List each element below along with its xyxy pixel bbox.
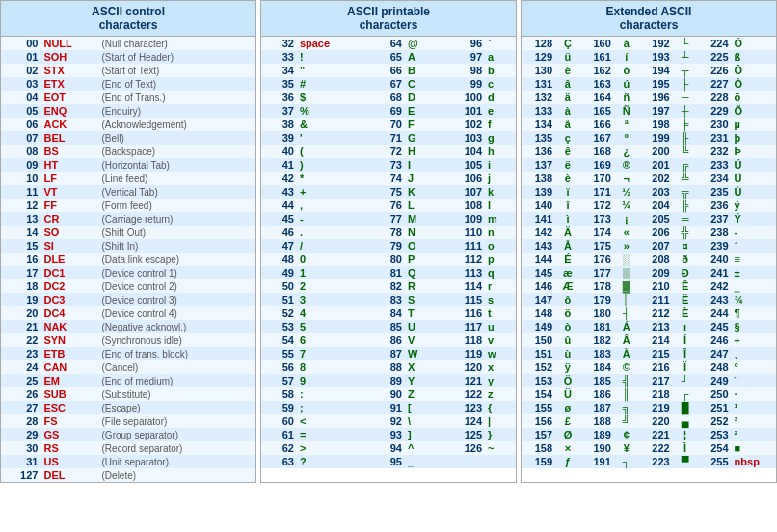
ext-char4-cell: ¾	[732, 293, 776, 306]
ext-num4: 243	[698, 293, 732, 306]
ext-char4: ß	[735, 51, 741, 63]
row-char3-cell: g	[485, 131, 516, 145]
ext-char4-cell: ≡	[732, 253, 776, 266]
ext-num4: 252	[698, 414, 732, 428]
ext-num2: 160	[580, 37, 614, 50]
row-num3: 100	[438, 91, 485, 104]
row-char2-cell: K	[405, 185, 438, 199]
row-char1: (	[297, 145, 369, 158]
ext-char4-cell: Ó	[732, 37, 776, 50]
ext-char1: ÿ	[555, 360, 580, 374]
row-char2: H	[408, 146, 415, 157]
ext-char1: û	[555, 333, 580, 347]
row-num: 20	[1, 306, 40, 320]
row-char: ;	[300, 402, 304, 413]
row-char2: D	[408, 92, 415, 103]
ext-num1: 132	[522, 91, 555, 104]
row-char3: z	[488, 388, 494, 400]
ext-num2: 184	[580, 360, 614, 374]
row-num: 27	[1, 401, 40, 414]
ext-char4: ‗	[735, 280, 740, 292]
ext-num4: 232	[698, 145, 732, 158]
ext-num2: 164	[580, 91, 614, 104]
row-char2: T	[408, 307, 415, 319]
ext-char1: Å	[555, 239, 580, 253]
row-num: 11	[1, 185, 40, 199]
table-row: 61 = 93 ] 125 }	[261, 428, 516, 441]
row-char2-cell: \	[405, 414, 438, 428]
table-row: 33 ! 65 A 97 a	[261, 50, 516, 64]
ext-char3: ð	[673, 253, 698, 266]
ext-char4: ±	[735, 267, 740, 279]
row-num1: 34	[261, 64, 297, 77]
row-char: 4	[300, 307, 306, 319]
row-num1: 46	[261, 226, 297, 239]
row-num3: 119	[438, 347, 485, 360]
ext-char4: Ý	[735, 213, 741, 225]
row-desc: (Device control 4)	[99, 306, 255, 320]
ext-char1: é	[555, 64, 580, 77]
row-char2: _	[408, 456, 414, 467]
ext-char2: ┤	[614, 306, 639, 320]
row-num: 07	[1, 131, 40, 145]
row-char3-cell: u	[485, 320, 516, 333]
row-num2: 85	[369, 320, 405, 333]
row-char3: {	[488, 402, 492, 413]
row-char3: o	[488, 240, 495, 252]
row-char3-cell: }	[485, 428, 516, 441]
table-row: 13CR(Carriage return)	[1, 212, 255, 226]
table-row: 28FS(File separator)	[1, 414, 255, 428]
row-num: 25	[1, 374, 40, 387]
row-code: CAN	[40, 360, 98, 374]
row-num2: 73	[369, 158, 405, 172]
ext-char1: ü	[555, 50, 580, 64]
ext-char3: Í	[673, 333, 698, 347]
ext-char1: ù	[555, 347, 580, 360]
row-desc: (Form feed)	[99, 199, 255, 212]
ext-num1: 146	[522, 279, 555, 293]
row-desc: (Device control 2)	[99, 279, 255, 293]
row-num3: 108	[438, 199, 485, 212]
ext-char4: Ô	[735, 65, 743, 76]
row-num: 02	[1, 64, 40, 77]
table-row: 136 ê 168 ¿ 200 ╚ 232 Þ	[522, 145, 776, 158]
row-code: DC1	[40, 266, 98, 279]
ext-char4-cell: ■	[732, 441, 776, 455]
ext-num3: 194	[639, 64, 673, 77]
extended-ascii-section: Extended ASCIIcharacters 128 Ç 160 á 192…	[521, 0, 777, 483]
ext-char3: È	[673, 306, 698, 320]
row-char3-cell: c	[485, 77, 516, 91]
row-char1: 4	[297, 306, 369, 320]
row-num: 16	[1, 253, 40, 266]
table-row: 42 * 74 J 106 j	[261, 172, 516, 185]
ext-char3: ─	[673, 91, 698, 104]
ext-char3: ╠	[673, 199, 698, 212]
row-num2: 89	[369, 374, 405, 387]
row-num2: 68	[369, 91, 405, 104]
row-num1: 51	[261, 293, 297, 306]
row-code: DEL	[40, 468, 98, 482]
ext-char1: î	[555, 199, 580, 212]
table-row: 18DC2(Device control 2)	[1, 279, 255, 293]
row-num3: 120	[438, 360, 485, 374]
ext-num1: 155	[522, 401, 555, 414]
row-char2-cell: W	[405, 347, 438, 360]
ext-char4-cell: õ	[732, 91, 776, 104]
row-char2: \	[408, 415, 411, 427]
row-char3-cell: a	[485, 50, 516, 64]
row-char2-cell: ^	[405, 441, 438, 455]
ext-num4: 249	[698, 374, 732, 387]
ext-num3: 204	[639, 199, 673, 212]
row-num3: 117	[438, 320, 485, 333]
row-char2: R	[408, 280, 415, 292]
ext-char3: Ê	[673, 279, 698, 293]
row-desc: (End of Text)	[99, 77, 255, 91]
row-code: SI	[40, 239, 98, 253]
row-code: SO	[40, 226, 98, 239]
row-num1: 40	[261, 145, 297, 158]
row-char2-cell: H	[405, 145, 438, 158]
row-num2: 91	[369, 401, 405, 414]
ext-char4-cell: ´	[732, 239, 776, 253]
ext-char2: ú	[614, 77, 639, 91]
ext-char1: Ç	[555, 37, 580, 50]
